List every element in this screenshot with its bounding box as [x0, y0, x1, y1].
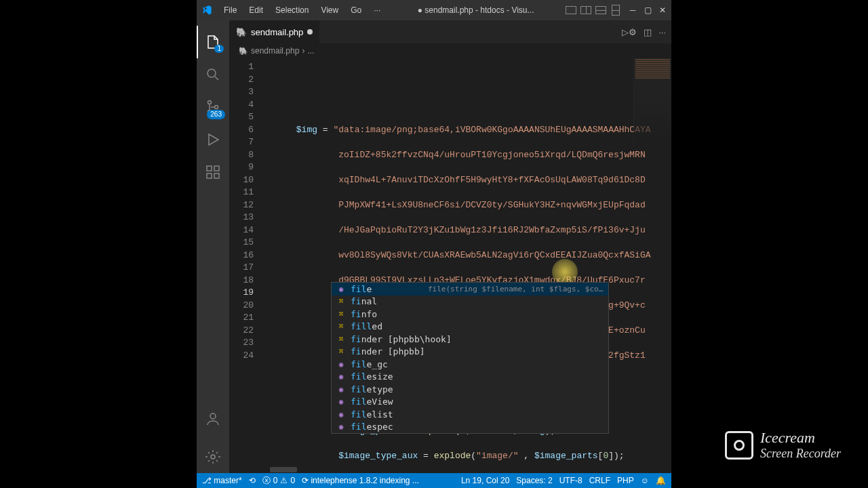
svg-point-8	[210, 413, 216, 419]
scm-badge: 263	[207, 110, 225, 119]
suggest-item[interactable]: ◉filelist	[332, 408, 608, 421]
suggest-item[interactable]: ◉filespec	[332, 421, 608, 434]
watermark-line2: Screen Recorder	[760, 447, 841, 461]
symbol-function-icon: ◉	[336, 372, 347, 381]
breadcrumb[interactable]: 🐘 sendmail.php › ...	[229, 43, 671, 58]
status-bar: ⎇ master* ⟲ ⓧ 0 ⚠ 0 ⟳ intelephense 1.8.2…	[197, 473, 671, 488]
watermark: Icecream Screen Recorder	[725, 429, 841, 461]
accounts-icon[interactable]	[197, 403, 229, 435]
suggest-item[interactable]: ⌘finder [phpbb\hook]	[332, 333, 608, 346]
layout-controls	[566, 6, 621, 14]
symbol-keyword-icon: ⌘	[336, 322, 347, 331]
suggest-item[interactable]: ◉filesize	[332, 371, 608, 384]
run-debug-icon[interactable]	[197, 123, 229, 156]
status-indexing[interactable]: ⟳ intelephense 1.8.2 indexing ...	[302, 476, 419, 485]
symbol-function-icon: ◉	[336, 385, 347, 394]
close-icon[interactable]: ✕	[658, 5, 667, 15]
code-editor[interactable]: 123456789101112131415161718192021222324 …	[229, 58, 671, 466]
minimize-icon[interactable]: ─	[628, 5, 637, 15]
symbol-function-icon: ◉	[336, 360, 347, 369]
status-spaces[interactable]: Spaces: 2	[516, 476, 552, 485]
explorer-icon[interactable]: 1	[197, 26, 229, 58]
svg-rect-6	[214, 174, 219, 178]
suggest-detail: file(string $filename, int $flags, $cont…	[428, 285, 604, 293]
suggest-item[interactable]: ⌘filled	[332, 321, 608, 333]
status-bell-icon[interactable]: 🔔	[656, 476, 666, 485]
extensions-icon[interactable]	[197, 156, 229, 188]
tab-sendmail[interactable]: 🐘 sendmail.php	[229, 20, 320, 43]
horizontal-scrollbar[interactable]	[229, 466, 671, 473]
line-gutter: 123456789101112131415161718192021222324	[229, 58, 262, 466]
php-file-icon: 🐘	[236, 27, 247, 37]
suggest-item[interactable]: ⌘finder [phpbb]	[332, 346, 608, 359]
breadcrumb-sep: ›	[302, 46, 304, 56]
status-encoding[interactable]: UTF-8	[559, 476, 583, 485]
toggle-secondary-icon[interactable]	[612, 5, 620, 16]
symbol-function-icon: ◉	[336, 422, 347, 431]
status-eol[interactable]: CRLF	[589, 476, 610, 485]
source-control-icon[interactable]: 263	[197, 91, 229, 123]
svg-point-3	[215, 106, 218, 109]
svg-rect-4	[207, 166, 212, 171]
explorer-badge: 1	[214, 45, 224, 53]
modified-dot-icon	[307, 29, 313, 35]
settings-gear-icon[interactable]	[197, 441, 229, 473]
symbol-keyword-icon: ⌘	[336, 335, 347, 344]
status-problems[interactable]: ⓧ 0 ⚠ 0	[262, 475, 295, 487]
symbol-function-icon: ◉	[336, 410, 347, 419]
vscode-window: File Edit Selection View Go ··· ● sendma…	[197, 0, 671, 488]
search-icon[interactable]	[197, 58, 229, 91]
toggle-sidebar-icon[interactable]	[580, 6, 591, 14]
menu-view[interactable]: View	[315, 3, 344, 18]
svg-rect-7	[214, 166, 219, 171]
menu-more[interactable]: ···	[368, 3, 386, 18]
symbol-keyword-icon: ⌘	[336, 297, 347, 306]
scrollbar-thumb[interactable]	[270, 467, 297, 472]
suggest-item[interactable]: ◉fileView	[332, 396, 608, 409]
run-file-icon[interactable]: ▷⚙	[622, 27, 637, 37]
svg-rect-5	[207, 174, 212, 178]
titlebar: File Edit Selection View Go ··· ● sendma…	[197, 0, 671, 20]
window-title: ● sendmail.php - htdocs - Visu...	[418, 5, 534, 15]
minimap[interactable]	[633, 58, 671, 146]
editor-area: 🐘 sendmail.php ▷⚙ ◫ ··· 🐘 sendmail.php ›…	[229, 20, 671, 473]
suggest-item[interactable]: ◉file_gc	[332, 358, 608, 371]
more-actions-icon[interactable]: ···	[658, 27, 666, 37]
suggest-item[interactable]: ⌘final	[332, 296, 608, 308]
symbol-keyword-icon: ⌘	[336, 310, 347, 319]
suggest-item[interactable]: ◉filetype	[332, 383, 608, 396]
status-ln-col[interactable]: Ln 19, Col 20	[461, 476, 509, 485]
breadcrumb-more: ...	[307, 46, 314, 56]
symbol-function-icon: ◉	[336, 397, 347, 406]
suggest-item[interactable]: ◉ file file(string $filename, int $flags…	[332, 283, 608, 296]
symbol-keyword-icon: ⌘	[336, 347, 347, 356]
tab-label: sendmail.php	[251, 27, 303, 37]
maximize-icon[interactable]: ▢	[643, 5, 652, 15]
symbol-function-icon: ◉	[336, 285, 347, 293]
customize-layout-icon[interactable]	[595, 6, 606, 14]
menu-bar: File Edit Selection View Go ···	[218, 3, 386, 18]
status-branch[interactable]: ⎇ master*	[202, 476, 242, 485]
status-sync-icon[interactable]: ⟲	[249, 476, 256, 485]
watermark-line1: Icecream	[760, 429, 841, 447]
menu-selection[interactable]: Selection	[270, 3, 314, 18]
svg-point-1	[208, 101, 212, 104]
watermark-icon	[725, 431, 753, 460]
editor-tabs: 🐘 sendmail.php ▷⚙ ◫ ···	[229, 20, 671, 43]
svg-point-0	[208, 69, 216, 77]
menu-edit[interactable]: Edit	[243, 3, 269, 18]
status-feedback-icon[interactable]: ☺	[641, 476, 649, 485]
menu-go[interactable]: Go	[345, 3, 367, 18]
menu-file[interactable]: File	[218, 3, 242, 18]
php-file-icon: 🐘	[239, 47, 248, 56]
suggest-widget[interactable]: ◉ file file(string $filename, int $flags…	[331, 282, 609, 434]
suggest-item[interactable]: ⌘finfo	[332, 308, 608, 321]
split-editor-icon[interactable]: ◫	[644, 27, 652, 37]
vscode-logo-icon	[201, 4, 213, 16]
breadcrumb-file: sendmail.php	[251, 46, 299, 56]
toggle-panel-icon[interactable]	[566, 6, 576, 14]
status-language[interactable]: PHP	[617, 476, 634, 485]
activity-bar: 1 263	[197, 20, 229, 473]
svg-point-9	[211, 455, 215, 459]
